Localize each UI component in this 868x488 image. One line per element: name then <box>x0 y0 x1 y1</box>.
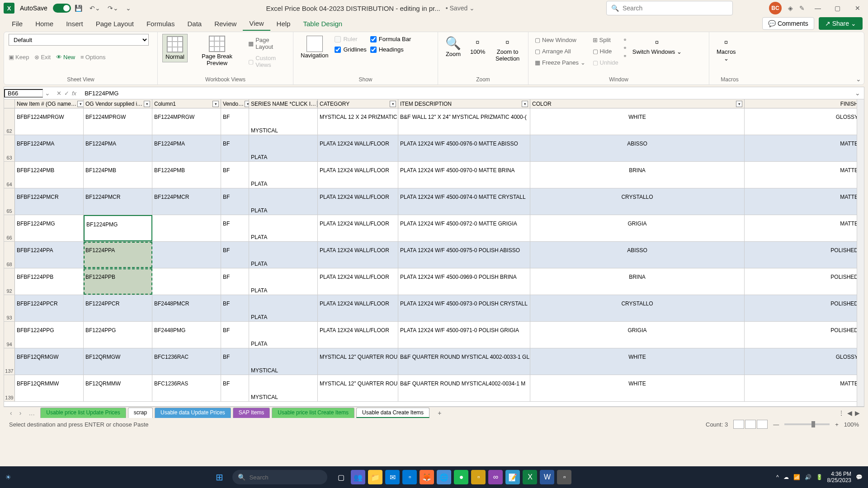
sheet-nav-right[interactable]: › <box>18 409 24 417</box>
cell[interactable]: BF <box>221 162 249 188</box>
sheet-tab[interactable]: SAP Items <box>233 408 270 418</box>
col-header[interactable]: OG Vendor supplied i…▾ <box>84 99 152 108</box>
cell[interactable]: PLATA <box>249 162 318 188</box>
filter-icon[interactable]: ▾ <box>522 101 528 107</box>
cell[interactable]: PLATA 12X24 W/F 4500-0970-0 MATTE BRINA <box>398 162 530 188</box>
filter-icon[interactable]: ▾ <box>77 101 84 107</box>
search-box[interactable]: 🔍 <box>606 1 733 15</box>
col-header[interactable]: Vendo…▾ <box>221 99 249 108</box>
unhide-button[interactable]: ▢ Unhide <box>591 58 620 67</box>
cell[interactable]: BFBF1224PPCR <box>15 295 84 321</box>
redo-icon[interactable]: ↷⌄ <box>108 5 118 12</box>
cell[interactable]: BF1224PPCR <box>84 295 152 321</box>
exit-button[interactable]: ⊗ Exit <box>34 54 51 61</box>
save-icon[interactable]: 💾 <box>75 5 82 12</box>
volume-icon[interactable]: 🔊 <box>805 474 811 480</box>
table-row[interactable]: 62BFBF1224MPRGWBF1224MPRGWBF1224MPRGWBFM… <box>4 108 864 135</box>
taskbar-search[interactable]: 🔍 <box>232 470 327 484</box>
row-header[interactable]: 66 <box>4 215 15 241</box>
notepad-icon[interactable]: 📝 <box>505 470 520 484</box>
col-header[interactable]: New Item # (OG name…▾ <box>15 99 84 108</box>
cell[interactable]: BFBF1224PPB <box>15 268 84 295</box>
spreadsheet-grid[interactable]: New Item # (OG name…▾ OG Vendor supplied… <box>4 99 864 407</box>
freeze-panes-button[interactable]: ▦ Freeze Panes ⌄ <box>533 58 587 67</box>
sheet-scroll-left-icon[interactable]: ◀ <box>847 409 852 417</box>
cell[interactable]: BF1224PPA <box>84 242 152 268</box>
cell[interactable]: WHITE <box>530 108 745 135</box>
expand-formula-icon[interactable]: ⌄ <box>851 89 864 97</box>
row-header[interactable]: 65 <box>4 188 15 215</box>
row-header[interactable]: 63 <box>4 135 15 161</box>
filter-icon[interactable]: ▾ <box>390 101 396 107</box>
cell[interactable]: PLATA 12X24 WALL/FLOOR <box>318 242 398 268</box>
cell[interactable]: PLATA 12X24 WALL/FLOOR <box>318 268 398 295</box>
zoom-out-button[interactable]: — <box>773 421 779 428</box>
reset-position-icon[interactable]: ▫ <box>624 52 626 59</box>
sync-scroll-icon[interactable]: ▫ <box>624 44 626 51</box>
cell[interactable]: PLATA 12X24 W/F 4500-0974-0 MATTE CRYSTA… <box>398 188 530 215</box>
table-row[interactable]: 64BFBF1224PMBBF1224PMBBF1224PMBBFPLATAPL… <box>4 162 864 188</box>
diamond-icon[interactable]: ◈ <box>788 5 793 12</box>
cell[interactable]: CRYSTALLO <box>530 188 745 215</box>
cell[interactable]: BFBF1224PMB <box>15 162 84 188</box>
cell[interactable]: BFBF1224PMG <box>15 215 84 241</box>
cell[interactable]: BF1224PMG <box>84 215 152 241</box>
tab-view[interactable]: View <box>243 17 270 31</box>
browser-icon[interactable]: 🌐 <box>437 470 451 484</box>
table-row[interactable]: 93BFBF1224PPCRBF1224PPCRBF2448PMCRBFPLAT… <box>4 295 864 322</box>
tab-help[interactable]: Help <box>270 17 297 30</box>
cell[interactable]: BF1224PMB <box>152 162 221 188</box>
cell[interactable]: WHITE <box>530 348 745 375</box>
row-header[interactable]: 64 <box>4 162 15 188</box>
teams-icon[interactable]: 👥 <box>351 470 365 484</box>
cell[interactable]: PLATA 12X24 W/F 4500-0973-0 POLISH CRYST… <box>398 295 530 321</box>
cell[interactable]: BF <box>221 268 249 295</box>
cell[interactable]: B&F QUARTER ROUND MYSTICAL 4002-0033-1 G… <box>398 348 530 375</box>
cell[interactable]: BF2448PMCR <box>152 295 221 321</box>
taskbar-clock[interactable]: 4:36 PM8/25/2023 <box>827 471 851 484</box>
task-view-icon[interactable]: ▢ <box>334 470 348 484</box>
split-button[interactable]: ⊞ Split <box>591 36 620 44</box>
col-header[interactable]: COLOR▾ <box>530 99 745 108</box>
cell[interactable]: BF <box>221 242 249 268</box>
wifi-icon[interactable]: 📶 <box>793 474 800 480</box>
cell[interactable]: GLOSSY <box>745 348 860 375</box>
sheet-nav-left[interactable]: ‹ <box>8 409 14 417</box>
user-avatar[interactable]: BC <box>769 2 782 14</box>
cell[interactable]: BF <box>221 188 249 215</box>
cell[interactable]: POLISHED <box>745 295 860 321</box>
pen-icon[interactable]: ✎ <box>799 5 805 12</box>
app3-icon[interactable]: ∞ <box>488 470 503 484</box>
table-row[interactable]: 92BFBF1224PPBBF1224PPBBFPLATAPLATA 12X24… <box>4 268 864 295</box>
cell[interactable]: PLATA <box>249 242 318 268</box>
row-header[interactable]: 68 <box>4 242 15 268</box>
cell[interactable]: PLATA 12X24 W/F 4500-0971-0 POLISH GRIGI… <box>398 322 530 348</box>
cell[interactable]: MYSTICAL 12" QUARTER ROU <box>318 348 398 375</box>
table-row[interactable]: 68BFBF1224PPABF1224PPABFPLATAPLATA 12X24… <box>4 242 864 268</box>
cell[interactable] <box>152 242 221 268</box>
cell[interactable]: B&F QUARTER ROUND MYSTICAL4002-0034-1 M <box>398 375 530 401</box>
app2-icon[interactable]: ▫ <box>471 470 486 484</box>
cell[interactable]: ABISSO <box>530 242 745 268</box>
cell[interactable]: PLATA 12X24 WALL/FLOOR <box>318 322 398 348</box>
maximize-button[interactable]: ▢ <box>831 5 844 12</box>
row-header[interactable]: 62 <box>4 108 15 135</box>
cell[interactable]: PLATA 12X24 WALL/FLOOR <box>318 188 398 215</box>
cell[interactable]: BF1224PPG <box>84 322 152 348</box>
undo-icon[interactable]: ↶⌄ <box>90 5 100 12</box>
col-header[interactable]: SERIES NAME *CLICK I…▾ <box>249 99 318 108</box>
cell[interactable]: PLATA <box>249 295 318 321</box>
search-input[interactable] <box>623 5 728 12</box>
sheet-view-select[interactable]: Default <box>9 34 149 46</box>
cell[interactable]: POLISHED <box>745 322 860 348</box>
battery-icon[interactable]: 🔋 <box>816 474 823 480</box>
cell[interactable]: BRINA <box>530 268 745 295</box>
cell[interactable]: BF <box>221 322 249 348</box>
sheet-tab[interactable]: Usable price list Update Prices <box>40 408 126 418</box>
cell[interactable]: GRIGIA <box>530 215 745 241</box>
cell[interactable]: PLATA 12X24 WALL/FLOOR <box>318 215 398 241</box>
enter-formula-icon[interactable]: ✓ <box>64 90 69 97</box>
cell[interactable]: BF1224PMCR <box>152 188 221 215</box>
col-header[interactable]: CATEGORY▾ <box>318 99 398 108</box>
switch-windows-button[interactable]: ▫Switch Windows ⌄ <box>630 34 684 57</box>
